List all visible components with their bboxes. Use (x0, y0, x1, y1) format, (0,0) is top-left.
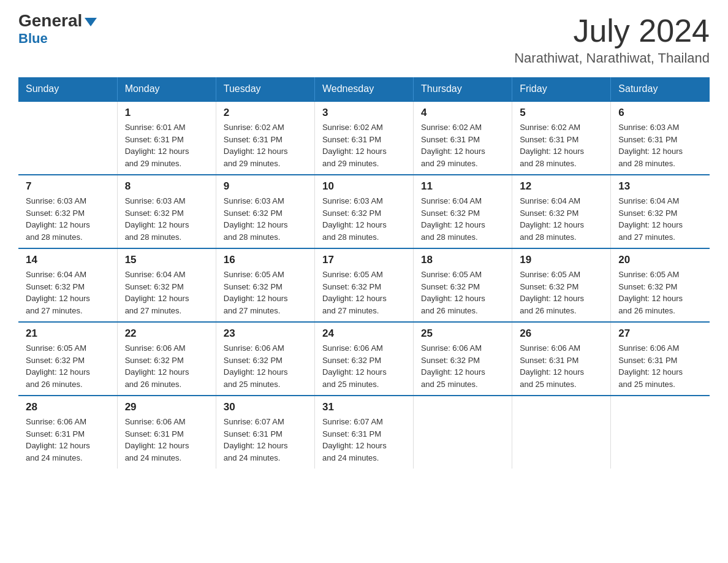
day-number: 27 (618, 327, 702, 340)
day-info: Sunrise: 6:06 AM Sunset: 6:31 PM Dayligh… (520, 342, 603, 390)
calendar-cell-week5-day4 (414, 396, 512, 469)
calendar-week-4: 21Sunrise: 6:05 AM Sunset: 6:32 PM Dayli… (18, 322, 710, 396)
calendar-cell-week3-day3: 17Sunrise: 6:05 AM Sunset: 6:32 PM Dayli… (314, 248, 413, 322)
day-number: 9 (224, 180, 307, 193)
calendar-cell-week4-day2: 23Sunrise: 6:06 AM Sunset: 6:32 PM Dayli… (216, 322, 314, 396)
calendar-cell-week5-day0: 28Sunrise: 6:06 AM Sunset: 6:31 PM Dayli… (18, 396, 117, 469)
month-year-title: July 2024 (514, 12, 710, 49)
day-info: Sunrise: 6:06 AM Sunset: 6:31 PM Dayligh… (26, 416, 110, 464)
day-number: 10 (322, 180, 406, 193)
calendar-cell-week1-day4: 4Sunrise: 6:02 AM Sunset: 6:31 PM Daylig… (414, 101, 512, 175)
weekday-header-row: SundayMondayTuesdayWednesdayThursdayFrid… (18, 77, 710, 101)
weekday-header-monday: Monday (117, 77, 216, 101)
calendar-cell-week3-day4: 18Sunrise: 6:05 AM Sunset: 6:32 PM Dayli… (414, 248, 512, 322)
day-info: Sunrise: 6:05 AM Sunset: 6:32 PM Dayligh… (618, 269, 702, 316)
day-number: 24 (322, 327, 406, 340)
day-info: Sunrise: 6:06 AM Sunset: 6:32 PM Dayligh… (322, 342, 406, 390)
day-number: 21 (26, 327, 110, 340)
calendar-table: SundayMondayTuesdayWednesdayThursdayFrid… (18, 77, 710, 469)
day-info: Sunrise: 6:06 AM Sunset: 6:32 PM Dayligh… (125, 342, 208, 390)
calendar-week-3: 14Sunrise: 6:04 AM Sunset: 6:32 PM Dayli… (18, 248, 710, 322)
calendar-cell-week1-day1: 1Sunrise: 6:01 AM Sunset: 6:31 PM Daylig… (117, 101, 216, 175)
calendar-cell-week5-day6 (611, 396, 710, 469)
calendar-cell-week3-day6: 20Sunrise: 6:05 AM Sunset: 6:32 PM Dayli… (611, 248, 710, 322)
day-number: 25 (421, 327, 504, 340)
calendar-cell-week4-day5: 26Sunrise: 6:06 AM Sunset: 6:31 PM Dayli… (512, 322, 611, 396)
calendar-cell-week1-day6: 6Sunrise: 6:03 AM Sunset: 6:31 PM Daylig… (611, 101, 710, 175)
logo-blue-text: Blue (18, 31, 48, 47)
day-number: 14 (26, 254, 110, 266)
calendar-cell-week1-day0 (18, 101, 117, 175)
day-info: Sunrise: 6:03 AM Sunset: 6:31 PM Dayligh… (618, 121, 702, 169)
day-number: 11 (421, 180, 504, 193)
day-info: Sunrise: 6:05 AM Sunset: 6:32 PM Dayligh… (26, 342, 110, 390)
day-number: 8 (125, 180, 208, 193)
weekday-header-saturday: Saturday (611, 77, 710, 101)
day-number: 26 (520, 327, 603, 340)
day-number: 18 (421, 254, 504, 266)
day-number: 1 (125, 107, 208, 119)
day-number: 5 (520, 107, 603, 119)
day-number: 15 (125, 254, 208, 266)
day-info: Sunrise: 6:05 AM Sunset: 6:32 PM Dayligh… (322, 269, 406, 316)
day-number: 23 (224, 327, 307, 340)
day-info: Sunrise: 6:06 AM Sunset: 6:31 PM Dayligh… (125, 416, 208, 464)
day-info: Sunrise: 6:03 AM Sunset: 6:32 PM Dayligh… (224, 195, 307, 243)
logo: General Blue (18, 12, 97, 47)
day-info: Sunrise: 6:02 AM Sunset: 6:31 PM Dayligh… (520, 121, 603, 169)
day-info: Sunrise: 6:07 AM Sunset: 6:31 PM Dayligh… (322, 416, 406, 464)
calendar-cell-week2-day6: 13Sunrise: 6:04 AM Sunset: 6:32 PM Dayli… (611, 175, 710, 248)
logo-general: General (18, 12, 97, 29)
day-info: Sunrise: 6:05 AM Sunset: 6:32 PM Dayligh… (520, 269, 603, 316)
calendar-week-2: 7Sunrise: 6:03 AM Sunset: 6:32 PM Daylig… (18, 175, 710, 248)
calendar-cell-week3-day1: 15Sunrise: 6:04 AM Sunset: 6:32 PM Dayli… (117, 248, 216, 322)
day-number: 28 (26, 401, 110, 413)
calendar-cell-week4-day0: 21Sunrise: 6:05 AM Sunset: 6:32 PM Dayli… (18, 322, 117, 396)
calendar-cell-week4-day3: 24Sunrise: 6:06 AM Sunset: 6:32 PM Dayli… (314, 322, 413, 396)
day-info: Sunrise: 6:06 AM Sunset: 6:32 PM Dayligh… (224, 342, 307, 390)
calendar-cell-week5-day5 (512, 396, 611, 469)
calendar-week-5: 28Sunrise: 6:06 AM Sunset: 6:31 PM Dayli… (18, 396, 710, 469)
day-number: 19 (520, 254, 603, 266)
calendar-cell-week2-day3: 10Sunrise: 6:03 AM Sunset: 6:32 PM Dayli… (314, 175, 413, 248)
location-subtitle: Narathiwat, Narathiwat, Thailand (514, 50, 710, 66)
calendar-cell-week4-day4: 25Sunrise: 6:06 AM Sunset: 6:32 PM Dayli… (414, 322, 512, 396)
day-info: Sunrise: 6:03 AM Sunset: 6:32 PM Dayligh… (125, 195, 208, 243)
day-number: 31 (322, 401, 406, 413)
weekday-header-friday: Friday (512, 77, 611, 101)
day-number: 13 (618, 180, 702, 193)
day-number: 17 (322, 254, 406, 266)
calendar-cell-week5-day1: 29Sunrise: 6:06 AM Sunset: 6:31 PM Dayli… (117, 396, 216, 469)
weekday-header-thursday: Thursday (414, 77, 512, 101)
calendar-cell-week4-day6: 27Sunrise: 6:06 AM Sunset: 6:31 PM Dayli… (611, 322, 710, 396)
day-info: Sunrise: 6:04 AM Sunset: 6:32 PM Dayligh… (125, 269, 208, 316)
day-number: 16 (224, 254, 307, 266)
weekday-header-tuesday: Tuesday (216, 77, 314, 101)
calendar-cell-week5-day2: 30Sunrise: 6:07 AM Sunset: 6:31 PM Dayli… (216, 396, 314, 469)
calendar-cell-week2-day1: 8Sunrise: 6:03 AM Sunset: 6:32 PM Daylig… (117, 175, 216, 248)
calendar-cell-week1-day5: 5Sunrise: 6:02 AM Sunset: 6:31 PM Daylig… (512, 101, 611, 175)
calendar-cell-week3-day5: 19Sunrise: 6:05 AM Sunset: 6:32 PM Dayli… (512, 248, 611, 322)
day-info: Sunrise: 6:05 AM Sunset: 6:32 PM Dayligh… (224, 269, 307, 316)
calendar-cell-week3-day2: 16Sunrise: 6:05 AM Sunset: 6:32 PM Dayli… (216, 248, 314, 322)
day-number: 2 (224, 107, 307, 119)
calendar-cell-week3-day0: 14Sunrise: 6:04 AM Sunset: 6:32 PM Dayli… (18, 248, 117, 322)
day-info: Sunrise: 6:04 AM Sunset: 6:32 PM Dayligh… (421, 195, 504, 243)
day-number: 4 (421, 107, 504, 119)
calendar-cell-week2-day5: 12Sunrise: 6:04 AM Sunset: 6:32 PM Dayli… (512, 175, 611, 248)
day-info: Sunrise: 6:01 AM Sunset: 6:31 PM Dayligh… (125, 121, 208, 169)
day-info: Sunrise: 6:04 AM Sunset: 6:32 PM Dayligh… (520, 195, 603, 243)
day-info: Sunrise: 6:07 AM Sunset: 6:31 PM Dayligh… (224, 416, 307, 464)
calendar-cell-week5-day3: 31Sunrise: 6:07 AM Sunset: 6:31 PM Dayli… (314, 396, 413, 469)
day-info: Sunrise: 6:06 AM Sunset: 6:31 PM Dayligh… (618, 342, 702, 390)
calendar-cell-week4-day1: 22Sunrise: 6:06 AM Sunset: 6:32 PM Dayli… (117, 322, 216, 396)
day-info: Sunrise: 6:03 AM Sunset: 6:32 PM Dayligh… (26, 195, 110, 243)
weekday-header-wednesday: Wednesday (314, 77, 413, 101)
day-info: Sunrise: 6:04 AM Sunset: 6:32 PM Dayligh… (618, 195, 702, 243)
day-number: 3 (322, 107, 406, 119)
logo-general-text: General (18, 11, 82, 30)
day-info: Sunrise: 6:02 AM Sunset: 6:31 PM Dayligh… (421, 121, 504, 169)
calendar-cell-week2-day0: 7Sunrise: 6:03 AM Sunset: 6:32 PM Daylig… (18, 175, 117, 248)
day-info: Sunrise: 6:04 AM Sunset: 6:32 PM Dayligh… (26, 269, 110, 316)
calendar-cell-week2-day2: 9Sunrise: 6:03 AM Sunset: 6:32 PM Daylig… (216, 175, 314, 248)
